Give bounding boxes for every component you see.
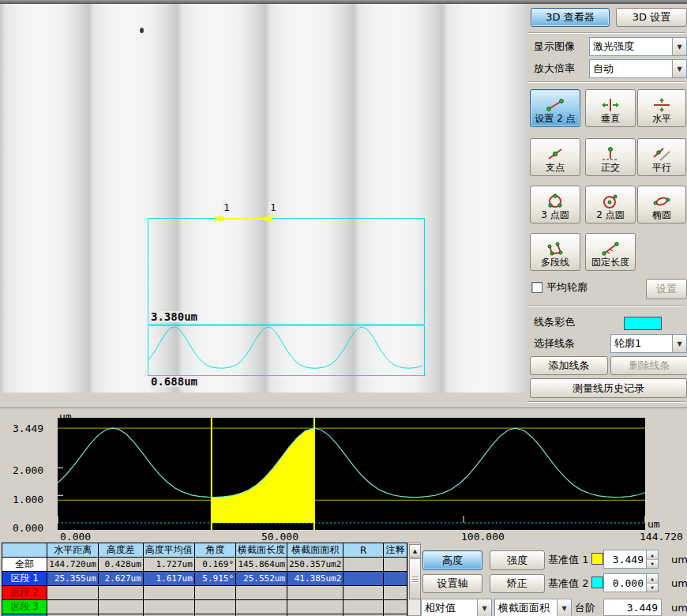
spin-down-icon[interactable]: ▼ — [647, 584, 658, 592]
y-tick-0000: 0.000 — [13, 523, 43, 533]
magnification-select[interactable]: 自动 ▼ — [589, 59, 687, 78]
reference-2-color-swatch[interactable] — [591, 577, 603, 588]
dust-speck — [140, 28, 144, 33]
chevron-down-icon[interactable]: ▼ — [672, 38, 686, 55]
tool-2-point-circle[interactable]: 2 点圆 — [585, 186, 636, 223]
chevron-down-icon[interactable]: ▼ — [477, 599, 491, 616]
horizontal-line-icon — [651, 97, 672, 113]
tool-set-2-points[interactable]: 设置 2 点 — [530, 89, 580, 127]
tool-3-point-circle[interactable]: 3 点圆 — [530, 186, 580, 223]
tool-label: 垂直 — [601, 114, 620, 124]
measure-line[interactable] — [212, 213, 276, 224]
display-image-label: 显示图像 — [534, 40, 575, 52]
laser-image-view[interactable]: 1 1 3.380um 0.688um — [0, 4, 526, 393]
chevron-down-icon[interactable]: ▼ — [557, 599, 571, 616]
select-line-value: 轮廓1 — [611, 336, 672, 351]
two-point-line-icon — [545, 97, 565, 113]
select-line-select[interactable]: 轮廓1 ▼ — [610, 334, 687, 353]
height-mode-button[interactable]: 高度 — [422, 550, 482, 570]
tool-label: 设置 2 点 — [535, 114, 575, 124]
magnification-value: 自动 — [590, 62, 672, 76]
y-axis-unit: um — [59, 411, 72, 422]
pivot-line-icon — [545, 146, 565, 162]
x-tick-50: 50.000 — [261, 531, 298, 542]
y-tick-3449: 3.449 — [13, 423, 43, 434]
tool-horizontal[interactable]: 水平 — [637, 89, 686, 127]
line-color-swatch[interactable] — [624, 317, 662, 330]
table-row-segment-3[interactable]: 区段 3 — [2, 600, 407, 614]
unit-label: um — [671, 554, 687, 565]
relative-value-select[interactable]: 相对值 ▼ — [421, 599, 492, 616]
table-row-segment-1[interactable]: 区段 1 25.355um 2.627um 1.617um 5.915° 25.… — [2, 572, 407, 586]
reference-1-color-swatch[interactable] — [591, 553, 603, 565]
step-label: 台阶 — [575, 602, 595, 614]
chevron-down-icon[interactable]: ▼ — [672, 60, 686, 77]
reference-2-label: 基准值 2 — [548, 577, 588, 589]
reference-2-input[interactable]: 0.000 ▲▼ — [603, 573, 659, 592]
relative-value: 相对值 — [422, 601, 477, 615]
x-axis-unit: um — [648, 519, 660, 529]
delete-line-button[interactable]: 删除线条 — [610, 356, 687, 375]
measurement-table: 水平距离 高度差 高度平均值 角度 横截面长度 横截面面积 R 注释 全部 14… — [2, 543, 407, 616]
x-tick-100: 100.000 — [461, 531, 505, 542]
intensity-mode-button[interactable]: 强度 — [490, 550, 545, 570]
tool-label: 平行 — [652, 163, 671, 173]
tool-fixed-length[interactable]: 固定长度 — [585, 233, 636, 271]
tool-label: 正交 — [601, 163, 620, 173]
measurement-region-rect[interactable] — [148, 218, 425, 325]
col-header-note: 注释 — [384, 543, 407, 558]
col-header-height-mean: 高度平均值 — [143, 543, 194, 558]
tool-label: 椭圆 — [652, 210, 671, 220]
tool-label: 支点 — [546, 163, 565, 173]
profile-strip-rect[interactable] — [148, 325, 425, 376]
x-tick-end: 144.720 — [640, 531, 683, 542]
profile-chart — [0, 408, 687, 543]
col-header-height-diff: 高度差 — [98, 543, 143, 558]
average-profile-set-button[interactable]: 设置 — [646, 279, 687, 299]
tool-polyline[interactable]: 多段线 — [530, 233, 580, 271]
spinner[interactable]: ▲▼ — [646, 550, 658, 568]
table-scrollbar[interactable]: ▲ — [407, 543, 421, 616]
tool-label: 多段线 — [541, 257, 569, 268]
tool-orthogonal[interactable]: 正交 — [585, 138, 636, 176]
display-image-select[interactable]: 激光强度 ▼ — [589, 37, 687, 56]
reference-1-input[interactable]: 3.449 ▲▼ — [603, 550, 659, 569]
tool-fulcrum[interactable]: 支点 — [530, 138, 580, 176]
separator — [527, 81, 685, 83]
tool-label: 水平 — [652, 114, 671, 124]
spin-up-icon[interactable]: ▲ — [647, 550, 658, 560]
parallel-lines-icon — [651, 146, 672, 162]
tool-label: 2 点圆 — [596, 210, 624, 220]
three-point-circle-icon — [545, 193, 565, 209]
reference-1-label: 基准值 1 — [548, 554, 588, 565]
tool-ellipse[interactable]: 椭圆 — [637, 186, 686, 223]
unit-label: um — [671, 602, 687, 614]
unit-label: um — [671, 577, 687, 589]
tool-parallel[interactable]: 平行 — [637, 138, 686, 176]
measure-point-1-label: 1 — [222, 202, 231, 212]
orthogonal-icon — [600, 146, 621, 162]
profile-strip-curve — [148, 326, 422, 374]
table-row-all[interactable]: 全部 144.720um 0.428um 1.727um 0.169° 145.… — [2, 558, 407, 572]
spinner[interactable]: ▲▼ — [646, 574, 658, 592]
cross-section-select[interactable]: 横截面面积 ▼ — [494, 599, 572, 616]
correction-button[interactable]: 矫正 — [490, 574, 545, 593]
tool-vertical[interactable]: 垂直 — [585, 89, 636, 127]
measurement-app-window: { "app": { "background": "#d4d0c8", "sel… — [0, 0, 687, 616]
two-point-circle-icon — [600, 193, 621, 209]
add-line-button[interactable]: 添加线条 — [530, 356, 608, 375]
spin-up-icon[interactable]: ▲ — [647, 574, 658, 584]
chevron-down-icon[interactable]: ▼ — [672, 335, 686, 352]
col-header-blank — [2, 543, 47, 558]
average-profile-checkbox[interactable] — [531, 282, 542, 293]
scroll-up-icon[interactable]: ▲ — [409, 544, 421, 558]
scrollbar-thumb[interactable] — [409, 558, 421, 599]
3d-settings-button[interactable]: 3D 设置 — [616, 8, 687, 27]
average-profile-label: 平均轮廓 — [546, 281, 588, 293]
display-image-value: 激光强度 — [590, 39, 672, 54]
3d-viewer-button[interactable]: 3D 查看器 — [531, 8, 610, 27]
measure-line-history-button[interactable]: 测量线历史记录 — [530, 378, 687, 398]
table-row-segment-2[interactable]: 区段 2 — [2, 586, 407, 600]
set-axis-button[interactable]: 设置轴 — [422, 574, 482, 593]
spin-down-icon[interactable]: ▼ — [647, 560, 658, 569]
